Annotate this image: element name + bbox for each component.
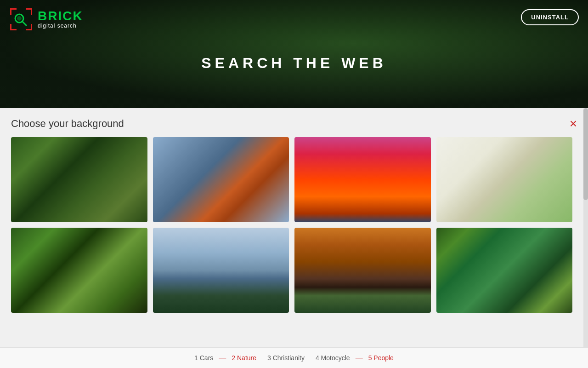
header: BRICK digital search UNINSTALL SEARCH TH… <box>0 0 588 108</box>
background-option-bird[interactable] <box>11 137 147 222</box>
modal-title: Choose your background <box>11 118 124 130</box>
background-option-hobbit[interactable] <box>11 228 147 313</box>
background-option-kea[interactable] <box>153 137 289 222</box>
nav-motocycle-label: 4 Motocycle <box>316 354 350 362</box>
nav-item-cars[interactable]: 1 Cars <box>191 354 217 362</box>
close-button[interactable]: × <box>570 117 577 130</box>
background-option-church[interactable] <box>294 228 431 313</box>
nav-item-motocycle[interactable]: 4 Motocycle <box>312 354 354 362</box>
uninstall-button[interactable]: UNINSTALL <box>521 9 579 25</box>
svg-rect-7 <box>31 24 32 30</box>
background-option-sunset[interactable] <box>294 137 431 222</box>
background-chooser-modal: Choose your background × 1 Cars — 2 Natu… <box>0 108 588 368</box>
nav-item-nature[interactable]: 2 Nature <box>228 354 260 362</box>
header-background <box>0 0 588 108</box>
nav-item-people[interactable]: 5 People <box>365 354 397 362</box>
category-nav: 1 Cars — 2 Nature 3 Christianity 4 Motoc… <box>0 347 588 368</box>
scrollbar-track[interactable] <box>583 108 588 368</box>
svg-rect-1 <box>10 8 11 15</box>
image-grid <box>0 137 583 318</box>
background-option-waterfall[interactable] <box>436 228 573 313</box>
nav-christianity-label: 3 Christianity <box>267 354 305 362</box>
nav-separator-1: — <box>217 354 228 362</box>
nav-item-christianity[interactable]: 3 Christianity <box>264 354 308 362</box>
svg-rect-5 <box>10 29 17 30</box>
logo-text: BRICK digital search <box>38 10 83 29</box>
background-option-tree[interactable] <box>153 228 289 313</box>
nav-separator-2: — <box>354 354 365 362</box>
search-title: SEARCH THE WEB <box>201 55 387 72</box>
svg-rect-3 <box>31 8 32 15</box>
background-option-lambs[interactable] <box>436 137 573 222</box>
nav-people-label: 5 People <box>368 354 394 362</box>
scrollbar-thumb[interactable] <box>583 108 588 200</box>
logo-brick-text: BRICK <box>38 10 83 23</box>
logo-subtitle-text: digital search <box>38 23 83 29</box>
svg-point-9 <box>17 16 22 21</box>
logo[interactable]: BRICK digital search <box>9 7 83 31</box>
nav-cars-label: 1 Cars <box>194 354 213 362</box>
logo-icon <box>9 7 33 31</box>
nav-nature-label: 2 Nature <box>232 354 256 362</box>
modal-header: Choose your background × <box>0 108 588 137</box>
svg-line-10 <box>23 22 26 25</box>
